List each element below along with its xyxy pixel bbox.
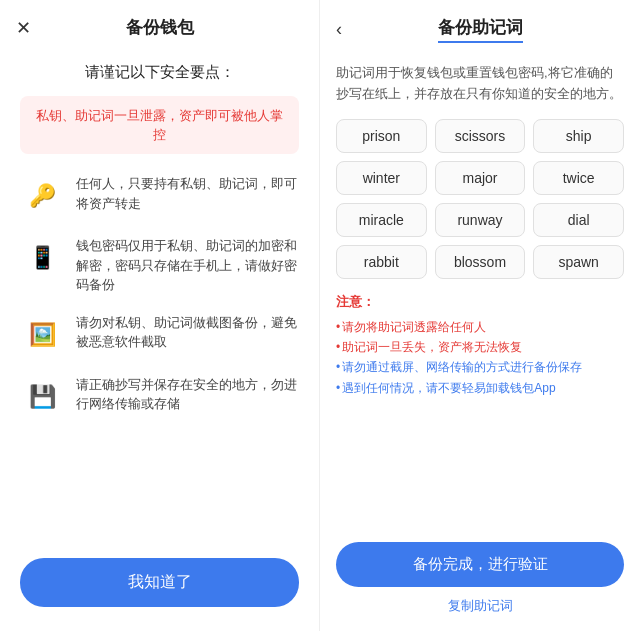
right-footer: 备份完成，进行验证 复制助记词 [320,530,640,631]
warning-text: 私钥、助记词一旦泄露，资产即可被他人掌控 [36,108,283,142]
safety-item-2: 📱 钱包密码仅用于私钥、助记词的加密和解密，密码只存储在手机上，请做好密码备份 [20,236,299,295]
notice-title: 注意： [336,293,624,311]
word-item-3: winter [336,161,427,195]
safety-text-3: 请勿对私钥、助记词做截图备份，避免被恶意软件截取 [76,313,299,352]
safety-item-1: 🔑 任何人，只要持有私钥、助记词，即可将资产转走 [20,174,299,218]
save-icon: 💾 [20,375,64,419]
warning-banner: 私钥、助记词一旦泄露，资产即可被他人掌控 [20,96,299,154]
backup-button[interactable]: 备份完成，进行验证 [336,542,624,587]
word-item-11: spawn [533,245,624,279]
safety-text-1: 任何人，只要持有私钥、助记词，即可将资产转走 [76,174,299,213]
key-icon: 🔑 [20,174,64,218]
word-grid: prisonscissorsshipwintermajortwicemiracl… [336,119,624,279]
word-item-1: scissors [435,119,526,153]
safety-text-2: 钱包密码仅用于私钥、助记词的加密和解密，密码只存储在手机上，请做好密码备份 [76,236,299,295]
word-item-5: twice [533,161,624,195]
left-content: 请谨记以下安全要点： 私钥、助记词一旦泄露，资产即可被他人掌控 🔑 任何人，只要… [0,55,319,542]
notice-item-0: 请勿将助记词透露给任何人 [336,317,624,337]
word-item-2: ship [533,119,624,153]
notice-item-3: 遇到任何情况，请不要轻易卸载钱包App [336,378,624,398]
word-item-6: miracle [336,203,427,237]
word-item-9: rabbit [336,245,427,279]
word-item-8: dial [533,203,624,237]
notice-item-1: 助记词一旦丢失，资产将无法恢复 [336,337,624,357]
right-panel: ‹ 备份助记词 助记词用于恢复钱包或重置钱包密码,将它准确的抄写在纸上，并存放在… [320,0,640,631]
screenshot-icon: 🖼️ [20,313,64,357]
right-header: ‹ 备份助记词 [320,0,640,59]
left-panel: ✕ 备份钱包 请谨记以下安全要点： 私钥、助记词一旦泄露，资产即可被他人掌控 🔑… [0,0,320,631]
mnemonic-description: 助记词用于恢复钱包或重置钱包密码,将它准确的抄写在纸上，并存放在只有你知道的安全… [336,63,624,105]
right-title: 备份助记词 [438,16,523,43]
word-item-0: prison [336,119,427,153]
word-item-10: blossom [435,245,526,279]
safety-item-3: 🖼️ 请勿对私钥、助记词做截图备份，避免被恶意软件截取 [20,313,299,357]
know-button[interactable]: 我知道了 [20,558,299,607]
close-icon[interactable]: ✕ [16,17,31,39]
copy-mnemonic-link[interactable]: 复制助记词 [336,597,624,615]
left-title: 备份钱包 [126,16,194,39]
right-content: 助记词用于恢复钱包或重置钱包密码,将它准确的抄写在纸上，并存放在只有你知道的安全… [320,59,640,530]
notice-section: 注意： 请勿将助记词透露给任何人助记词一旦丢失，资产将无法恢复请勿通过截屏、网络… [336,293,624,399]
word-item-4: major [435,161,526,195]
left-header: ✕ 备份钱包 [0,0,319,55]
notice-item-2: 请勿通过截屏、网络传输的方式进行备份保存 [336,357,624,377]
safety-item-4: 💾 请正确抄写并保存在安全的地方，勿进行网络传输或存储 [20,375,299,419]
phone-icon: 📱 [20,236,64,280]
left-footer: 我知道了 [0,542,319,631]
safety-text-4: 请正确抄写并保存在安全的地方，勿进行网络传输或存储 [76,375,299,414]
word-item-7: runway [435,203,526,237]
back-icon[interactable]: ‹ [336,19,342,40]
left-subtitle: 请谨记以下安全要点： [20,63,299,82]
